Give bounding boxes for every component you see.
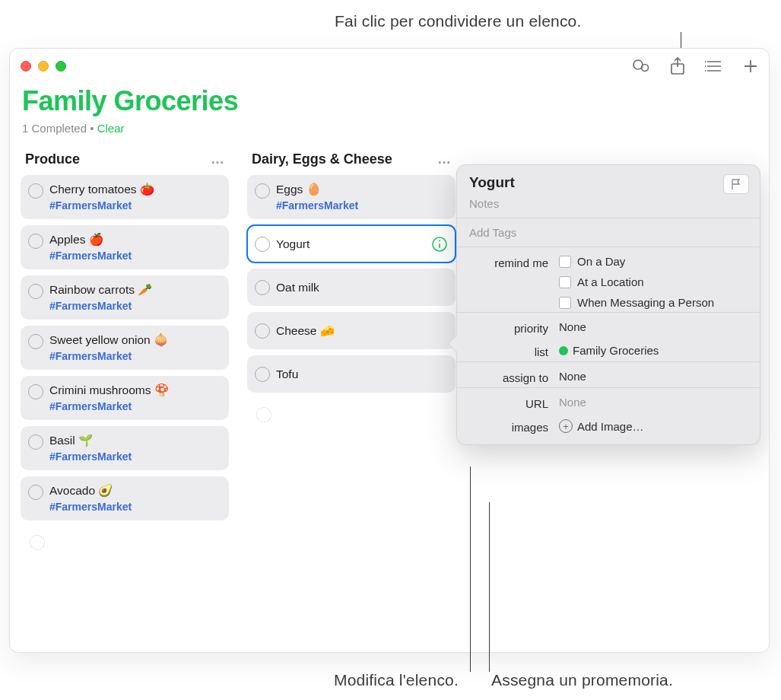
reminder-tag[interactable]: #FarmersMarket: [49, 250, 220, 262]
column-title: Dairy, Eggs & Cheese: [252, 151, 392, 167]
share-icon[interactable]: [670, 57, 685, 75]
column-header: Produce …: [21, 151, 229, 175]
list-name: Family Groceries: [573, 344, 659, 357]
remind-on-day-row[interactable]: On a Day: [559, 255, 748, 268]
reminder-title: Tofu: [276, 368, 446, 381]
add-image-label: Add Image…: [577, 420, 644, 433]
column-header: Dairy, Eggs & Cheese …: [247, 151, 456, 175]
toolbar: [632, 57, 758, 75]
reminder-tag[interactable]: #FarmersMarket: [49, 199, 220, 212]
add-icon[interactable]: [743, 59, 758, 74]
reminder-tag[interactable]: #FarmersMarket: [49, 300, 220, 312]
list-value[interactable]: Family Groceries: [559, 344, 748, 357]
details-popover: Yogurt Notes Add Tags remind me On a Day…: [456, 164, 760, 445]
completed-count: 1 Completed: [22, 122, 87, 135]
option-label: At a Location: [577, 275, 644, 288]
reminder-tag[interactable]: #FarmersMarket: [49, 501, 220, 513]
svg-point-6: [705, 61, 706, 62]
url-value[interactable]: None: [559, 396, 748, 409]
option-label: When Messaging a Person: [577, 296, 714, 309]
column-more-button[interactable]: …: [433, 151, 452, 167]
complete-checkbox[interactable]: [255, 367, 270, 382]
priority-label: priority: [469, 320, 548, 335]
reminder-title: Cherry tomatoes 🍅: [49, 183, 220, 196]
reminder-item[interactable]: Apples 🍎 #FarmersMarket: [21, 225, 229, 269]
assign-to-label: assign to: [469, 370, 548, 384]
reminder-title: Crimini mushrooms 🍄: [49, 383, 220, 397]
reminder-item[interactable]: Eggs 🥚 #FarmersMarket: [247, 175, 456, 219]
complete-checkbox[interactable]: [28, 284, 43, 299]
reminder-tag[interactable]: #FarmersMarket: [49, 350, 220, 362]
column-dairy: Dairy, Eggs & Cheese … Eggs 🥚 #FarmersMa…: [247, 151, 456, 558]
column-view-icon[interactable]: [705, 59, 723, 73]
activity-icon[interactable]: [632, 58, 650, 75]
new-reminder-placeholder[interactable]: [247, 399, 456, 430]
url-label: URL: [469, 396, 548, 410]
svg-point-1: [642, 65, 649, 72]
complete-checkbox[interactable]: [28, 434, 43, 450]
complete-checkbox[interactable]: [28, 183, 43, 199]
column-more-button[interactable]: …: [206, 151, 226, 167]
list-color-dot: [559, 346, 568, 355]
zoom-window-icon[interactable]: [56, 61, 66, 72]
priority-value[interactable]: None: [559, 320, 748, 333]
add-tags-field[interactable]: Add Tags: [457, 218, 760, 247]
complete-checkbox[interactable]: [28, 384, 43, 399]
reminder-tag[interactable]: #FarmersMarket: [276, 199, 446, 212]
complete-checkbox[interactable]: [28, 485, 43, 500]
reminder-item-selected[interactable]: Yogurt: [247, 225, 456, 262]
svg-point-7: [705, 65, 706, 67]
notes-field[interactable]: Notes: [457, 197, 760, 218]
list-title: Family Groceries: [22, 85, 757, 117]
assign-to-value[interactable]: None: [559, 370, 748, 383]
reminder-item[interactable]: Rainbow carrots 🥕 #FarmersMarket: [21, 275, 229, 320]
checkbox[interactable]: [559, 256, 571, 268]
close-window-icon[interactable]: [21, 61, 31, 72]
reminder-title: Yogurt: [276, 237, 446, 251]
plus-circle-icon: +: [559, 419, 573, 433]
separator-dot: •: [87, 122, 97, 135]
checkbox[interactable]: [559, 276, 571, 288]
reminder-item[interactable]: Sweet yellow onion 🧅 #FarmersMarket: [21, 326, 229, 370]
remind-when-messaging-row[interactable]: When Messaging a Person: [559, 296, 748, 309]
minimize-window-icon[interactable]: [38, 61, 49, 72]
complete-checkbox[interactable]: [28, 234, 43, 249]
completed-subheader: 1 Completed • Clear: [22, 122, 757, 135]
window-controls: [21, 61, 66, 72]
reminder-item[interactable]: Cherry tomatoes 🍅 #FarmersMarket: [21, 175, 229, 219]
titlebar: [10, 49, 769, 84]
complete-checkbox[interactable]: [255, 323, 270, 339]
checkbox[interactable]: [559, 297, 571, 309]
list-header: Family Groceries 1 Completed • Clear: [10, 85, 769, 151]
reminder-tag[interactable]: #FarmersMarket: [49, 400, 220, 412]
callout-modify: Modifica l'elenco.: [268, 671, 459, 689]
complete-checkbox[interactable]: [28, 334, 43, 349]
reminder-title: Apples 🍎: [49, 233, 220, 247]
clear-button[interactable]: Clear: [97, 122, 125, 135]
info-icon[interactable]: [431, 236, 448, 253]
remind-at-location-row[interactable]: At a Location: [559, 275, 748, 288]
complete-checkbox[interactable]: [255, 237, 270, 252]
callout-assign: Assegna un promemoria.: [491, 671, 673, 689]
complete-checkbox[interactable]: [255, 280, 270, 295]
reminder-title: Oat milk: [276, 281, 446, 294]
remind-me-label: remind me: [469, 255, 548, 269]
flag-button[interactable]: [723, 174, 749, 194]
add-image-button[interactable]: + Add Image…: [559, 419, 748, 433]
reminder-item[interactable]: Crimini mushrooms 🍄 #FarmersMarket: [21, 376, 229, 420]
reminder-title: Eggs 🥚: [276, 183, 446, 196]
images-label: images: [469, 419, 548, 434]
callout-line: [470, 466, 471, 672]
reminder-title: Cheese 🧀: [276, 324, 446, 338]
reminder-item[interactable]: Avocado 🥑 #FarmersMarket: [21, 476, 229, 520]
remind-me-options: On a Day At a Location When Messaging a …: [559, 255, 748, 309]
reminder-item[interactable]: Tofu: [247, 355, 456, 393]
reminder-tag[interactable]: #FarmersMarket: [49, 450, 220, 463]
popover-title[interactable]: Yogurt: [469, 174, 515, 191]
new-reminder-placeholder[interactable]: [21, 527, 229, 558]
complete-checkbox[interactable]: [255, 183, 270, 199]
reminder-item[interactable]: Oat milk: [247, 269, 456, 306]
column-title: Produce: [25, 151, 80, 167]
reminder-item[interactable]: Cheese 🧀: [247, 312, 456, 349]
reminder-item[interactable]: Basil 🌱 #FarmersMarket: [21, 426, 229, 470]
